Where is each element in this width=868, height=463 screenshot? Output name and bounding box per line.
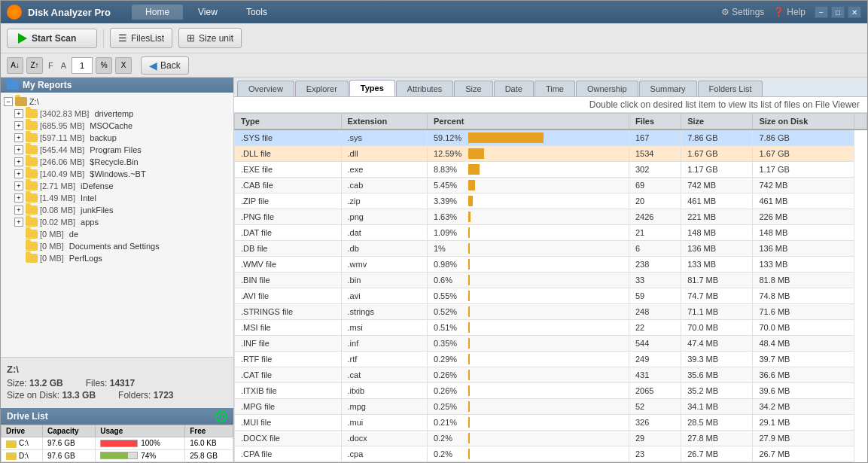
table-row[interactable]: .RTF file .rtf 0.29% 249 39.3 MB 39.7 MB [235,352,867,367]
list-item[interactable]: + [2.71 MB] iDefense [11,180,233,192]
table-row[interactable]: .DLL file .dll 12.59% 1534 1.67 GB 1.67 … [235,146,867,162]
col-drive[interactable]: Drive [2,425,43,437]
size-cell: 70.0 MB [681,320,753,336]
files-list-button[interactable]: ☰ FilesList [110,28,172,48]
table-row[interactable]: .AVI file .avi 0.55% 59 74.7 MB 74.8 MB [235,288,867,304]
tab-overview[interactable]: Overview [237,81,294,96]
list-item[interactable]: + [140.49 MB] $Windows.~BT [11,168,233,180]
table-row[interactable]: .STRINGS file .strings 0.52% 248 71.1 MB… [235,304,867,320]
col-files[interactable]: Files [629,114,681,130]
col-type[interactable]: Type [235,114,342,130]
nav-home[interactable]: Home [132,5,183,20]
table-row[interactable]: .CAB file .cab 5.45% 69 742 MB 742 MB [235,178,867,193]
page-number-input[interactable] [72,57,93,74]
tree-size: [0.02 MB] [40,218,75,227]
tree-toggle[interactable]: + [14,133,23,142]
start-scan-button[interactable]: Start Scan [7,29,97,48]
list-item[interactable]: + [545.44 MB] Program Files [11,144,233,156]
list-item[interactable]: [0 MB] de [11,228,233,240]
table-row[interactable]: .MSI file .msi 0.51% 22 70.0 MB 70.0 MB [235,320,867,336]
table-row[interactable]: .BIN file .bin 0.6% 33 81.7 MB 81.8 MB [235,273,867,288]
list-item[interactable]: + [1.49 MB] Intel [11,192,233,204]
tree-toggle[interactable]: + [14,218,23,227]
table-row[interactable]: .MPG file .mpg 0.25% 52 34.1 MB 34.2 MB [235,399,867,415]
settings-button[interactable]: ⚙ Settings [721,7,764,17]
list-item[interactable]: + [3402.83 MB] drivertemp [11,108,233,120]
tab-folders-list[interactable]: Folders List [698,81,763,96]
tree-label: $Windows.~BT [90,169,145,178]
tree-item-root[interactable]: − Z:\ [1,96,233,108]
tab-summary[interactable]: Summary [639,81,697,96]
sort-az-button[interactable]: A↓ [7,57,23,74]
col-extension[interactable]: Extension [341,114,427,130]
tree-toggle[interactable]: + [14,157,23,166]
table-row[interactable]: C:\ 97.6 GB 100% 16.0 KB [2,437,233,449]
type-cell: .DAT file [235,225,342,241]
tab-attributes[interactable]: Attributes [396,81,453,96]
tab-explorer[interactable]: Explorer [295,81,349,96]
table-row[interactable]: .PNG file .png 1.63% 2426 221 MB 226 MB [235,209,867,225]
size-cell: 28.5 MB [681,415,753,431]
table-row[interactable]: .DAT file .dat 1.09% 21 148 MB 148 MB [235,225,867,241]
table-row[interactable]: .WMV file .wmv 0.98% 238 133 MB 133 MB [235,257,867,273]
table-row[interactable]: .MUI file .mui 0.21% 326 28.5 MB 29.1 MB [235,415,867,431]
clear-button[interactable]: X [115,57,132,74]
col-usage[interactable]: Usage [96,425,185,437]
table-row[interactable]: .ITXIB file .itxib 0.26% 2065 35.2 MB 39… [235,383,867,399]
list-item[interactable]: [0 MB] Documents and Settings [11,240,233,252]
tree-toggle[interactable]: + [14,169,23,178]
tree-toggle[interactable]: + [14,193,23,203]
tree-toggle[interactable]: + [14,206,23,215]
tab-date[interactable]: Date [494,81,534,96]
size-unit-button[interactable]: ⊞ Size unit [178,28,242,48]
back-button[interactable]: ◀ Back [141,56,189,75]
files-cell: 248 [629,304,681,320]
table-row[interactable]: .CAT file .cat 0.26% 431 35.6 MB 36.6 MB [235,367,867,383]
folder-icon [26,218,38,227]
list-item[interactable]: + [685.95 MB] MSOCache [11,120,233,132]
data-area[interactable]: Type Extension Percent Files Size Size o… [234,113,867,462]
col-capacity[interactable]: Capacity [42,425,95,437]
tree-toggle[interactable]: + [14,181,23,190]
close-button[interactable]: ✕ [848,6,861,18]
nav-view[interactable]: View [184,5,231,20]
percent-cell: 3.39% [427,193,629,209]
tab-size[interactable]: Size [454,81,492,96]
table-row[interactable]: .CPA file .cpa 0.2% 23 26.7 MB 26.7 MB [235,446,867,462]
table-row[interactable]: .DB file .db 1% 6 136 MB 136 MB [235,241,867,257]
list-item[interactable]: + [597.11 MB] backup [11,132,233,144]
table-row[interactable]: .EXE file .exe 8.83% 302 1.17 GB 1.17 GB [235,162,867,178]
list-item[interactable]: [0 MB] PerfLogs [11,252,233,264]
tree-view[interactable]: − Z:\ + [3402.83 MB] drivertemp + [685.9… [1,93,233,357]
tree-toggle[interactable]: + [14,109,23,118]
maximize-button[interactable]: □ [831,6,845,18]
sort-za-button[interactable]: Z↑ [26,57,43,74]
tab-time[interactable]: Time [535,81,575,96]
percent-button[interactable]: % [96,57,112,74]
list-item[interactable]: + [0.02 MB] apps [11,216,233,228]
nav-tools[interactable]: Tools [233,5,281,20]
tree-toggle-root[interactable]: − [4,97,13,106]
col-size-on-disk[interactable]: Size on Disk [753,114,854,130]
table-row[interactable]: .LRC file .lrc 0.18% 58 23.8 MB 24.0 MB [235,462,867,463]
tree-toggle[interactable]: + [14,145,23,154]
refresh-button[interactable]: ↻ [215,410,227,422]
col-percent[interactable]: Percent [427,114,629,130]
list-item[interactable]: + [0.08 MB] junkFiles [11,204,233,216]
list-item[interactable]: + [246.06 MB] $Recycle.Bin [11,156,233,168]
size-cell: 35.6 MB [681,367,753,383]
minimize-button[interactable]: − [815,6,828,18]
tabs-bar: OverviewExplorerTypesAttributesSizeDateT… [234,78,867,97]
tree-toggle[interactable]: + [14,121,23,130]
table-row[interactable]: .ZIP file .zip 3.39% 20 461 MB 461 MB [235,193,867,209]
col-free[interactable]: Free [185,425,233,437]
help-button[interactable]: ❓ Help [773,7,806,17]
table-row[interactable]: .DOCX file .docx 0.2% 29 27.8 MB 27.9 MB [235,431,867,446]
col-size[interactable]: Size [681,114,753,130]
table-row[interactable]: D:\ 97.6 GB 74% 25.8 GB [2,449,233,461]
table-row[interactable]: .INF file .inf 0.35% 544 47.4 MB 48.4 MB [235,336,867,352]
tab-ownership[interactable]: Ownership [576,81,638,96]
files-cell: 1534 [629,146,681,162]
tab-types[interactable]: Types [349,80,395,96]
table-row[interactable]: .SYS file .sys 59.12% 167 7.86 GB 7.86 G… [235,129,867,146]
